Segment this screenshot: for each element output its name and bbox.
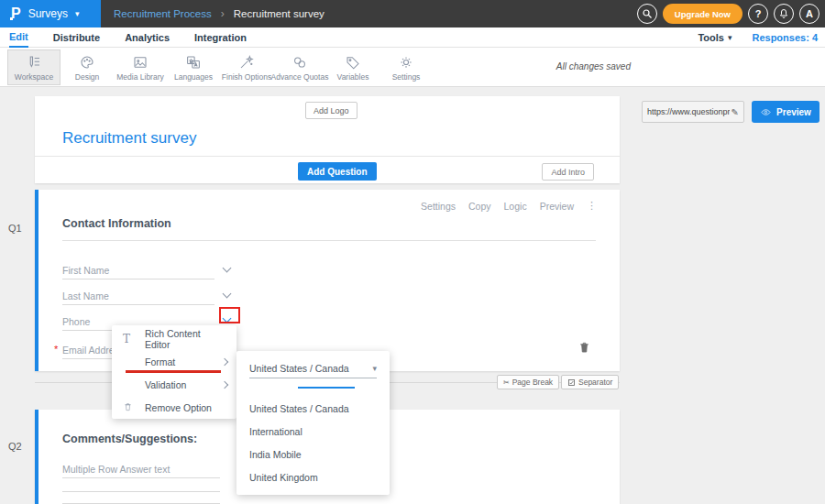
- nav-bar: Edit Distribute Analytics Integration To…: [0, 27, 825, 48]
- breadcrumb-current: Recruitment survey: [234, 8, 324, 19]
- menu-item-validation[interactable]: Validation: [112, 373, 236, 396]
- quotas-links-icon: [291, 54, 309, 71]
- divider: [62, 240, 596, 241]
- format-option-us-canada[interactable]: United States / Canada: [236, 397, 390, 420]
- bell-icon: [778, 8, 789, 19]
- workspace-icon: [25, 54, 43, 71]
- survey-url-box: ✎: [642, 101, 744, 123]
- upgrade-now-button[interactable]: Upgrade Now: [663, 4, 742, 24]
- avatar-initial: A: [806, 8, 813, 19]
- preview-button[interactable]: Preview: [752, 101, 820, 123]
- add-intro-button[interactable]: Add Intro: [542, 163, 594, 181]
- toolbar-item-settings[interactable]: Settings: [380, 49, 433, 85]
- image-icon: [131, 54, 149, 71]
- page-break-button[interactable]: ✂ Page Break: [497, 375, 559, 389]
- format-option-united-kingdom[interactable]: United Kingdom: [236, 466, 390, 488]
- chevron-right-icon: [221, 357, 228, 365]
- breadcrumb-parent[interactable]: Recruitment Process: [114, 8, 212, 19]
- scissors-icon: ✂: [503, 378, 510, 387]
- chevron-down-icon: ▾: [372, 364, 377, 373]
- kebab-menu-icon[interactable]: ⋮: [587, 200, 597, 212]
- q2-question-text[interactable]: Comments/Suggestions:: [62, 433, 197, 445]
- toolbar-item-finish-options[interactable]: Finish Options: [220, 49, 273, 85]
- search-button[interactable]: [637, 4, 657, 24]
- chevron-down-icon: ▾: [75, 10, 80, 18]
- edit-url-pencil-icon[interactable]: ✎: [732, 107, 743, 117]
- q1-question-text[interactable]: Contact Information: [62, 217, 171, 230]
- tab-integration[interactable]: Integration: [194, 27, 247, 48]
- eye-icon: [760, 107, 772, 117]
- format-select[interactable]: United States / Canada ▾: [249, 358, 377, 378]
- separator-button[interactable]: Separator: [561, 375, 619, 389]
- toolbar-item-languages[interactable]: Languages: [167, 49, 220, 85]
- chevron-right-icon: [221, 380, 228, 388]
- magic-wand-icon: [237, 54, 256, 71]
- q1-settings-link[interactable]: Settings: [421, 201, 456, 212]
- q1-preview-link[interactable]: Preview: [540, 201, 574, 212]
- palette-icon: [78, 54, 96, 71]
- q1-copy-link[interactable]: Copy: [468, 201, 491, 212]
- menu-item-rich-content-editor[interactable]: T Rich Content Editor: [112, 327, 236, 350]
- responses-link[interactable]: Responses: 4: [752, 32, 818, 43]
- first-name-chevron-down-icon[interactable]: [223, 264, 232, 273]
- preview-label: Preview: [776, 107, 811, 117]
- tools-label: Tools: [698, 32, 724, 43]
- delete-question-button[interactable]: [578, 340, 591, 358]
- format-submenu: United States / Canada ▾ United States /…: [236, 351, 390, 495]
- add-question-strip: Add Question Add Intro: [35, 156, 620, 183]
- add-logo-button[interactable]: Add Logo: [305, 102, 358, 119]
- top-bar: P Surveys ▾ Recruitment Process › Recrui…: [0, 0, 825, 27]
- tools-menu[interactable]: Tools ▾: [698, 32, 732, 43]
- notifications-button[interactable]: [774, 4, 794, 24]
- trash-icon: [123, 401, 145, 414]
- q2-answer-row-2[interactable]: [62, 491, 220, 492]
- survey-header-card: Add Logo Recruitment survey Add Question…: [35, 96, 620, 183]
- required-asterisk: *: [54, 344, 58, 355]
- search-icon: [642, 8, 653, 19]
- annotation-underline: [126, 370, 221, 373]
- question-mark-icon: ?: [755, 8, 762, 19]
- breadcrumb: Recruitment Process › Recruitment survey: [114, 0, 324, 27]
- tag-icon: [344, 54, 362, 71]
- tab-distribute[interactable]: Distribute: [53, 27, 100, 48]
- menu-item-remove-option[interactable]: Remove Option: [112, 396, 236, 419]
- last-name-chevron-down-icon[interactable]: [223, 290, 232, 299]
- breadcrumb-separator-icon: ›: [221, 7, 225, 20]
- save-status: All changes saved: [556, 61, 631, 71]
- q2-answer-row-1[interactable]: Multiple Row Answer text: [62, 460, 220, 478]
- q1-logic-link[interactable]: Logic: [504, 201, 527, 212]
- toolbar-item-variables[interactable]: Variables: [326, 49, 380, 85]
- survey-url-input[interactable]: [643, 107, 732, 116]
- toolbar-item-design[interactable]: Design: [60, 49, 114, 85]
- annotation-highlight-box: [219, 307, 240, 323]
- field-last-name[interactable]: Last Name: [62, 287, 214, 305]
- editor-toolbar: Workspace Design Media Library Languages…: [0, 48, 825, 87]
- format-option-india-mobile[interactable]: India Mobile: [236, 443, 390, 466]
- questionpro-logo-icon: P: [11, 6, 21, 21]
- text-editor-icon: T: [123, 333, 145, 345]
- survey-title[interactable]: Recruitment survey: [62, 129, 196, 148]
- trash-icon: [578, 340, 591, 355]
- question-number-q1: Q1: [8, 223, 22, 234]
- toolbar-item-advance-quotas[interactable]: Advance Quotas: [273, 49, 326, 85]
- tab-analytics[interactable]: Analytics: [125, 27, 170, 48]
- separator-icon: [567, 378, 576, 387]
- brand-menu[interactable]: P Surveys ▾: [0, 0, 101, 27]
- add-question-button[interactable]: Add Question: [298, 162, 377, 181]
- toolbar-item-workspace[interactable]: Workspace: [7, 49, 60, 85]
- chevron-down-icon: ▾: [728, 34, 732, 42]
- help-button[interactable]: ?: [748, 4, 768, 24]
- account-avatar[interactable]: A: [799, 4, 820, 24]
- gear-icon: [397, 54, 415, 71]
- brand-label: Surveys: [28, 7, 68, 20]
- question-number-q2: Q2: [8, 441, 22, 452]
- translate-icon: [184, 54, 203, 71]
- format-option-international[interactable]: International: [236, 420, 390, 443]
- toolbar-item-media-library[interactable]: Media Library: [114, 49, 167, 85]
- tab-edit[interactable]: Edit: [9, 27, 28, 48]
- field-first-name[interactable]: First Name: [62, 261, 214, 279]
- submenu-accent-line: [298, 387, 355, 389]
